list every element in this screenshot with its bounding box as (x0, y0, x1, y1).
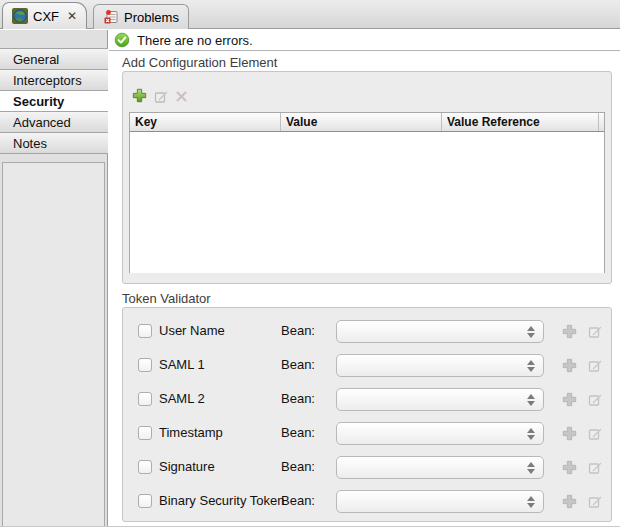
token-row-label: Signature (159, 459, 215, 474)
token-row-binary-security-token: Binary Security Token Bean: (123, 490, 611, 514)
bean-label: Bean: (281, 357, 315, 372)
bean-label: Bean: (281, 425, 315, 440)
status-strip: There are no errors. (109, 30, 620, 51)
sidebar-item-general[interactable]: General (0, 48, 108, 70)
sidebar-item-notes[interactable]: Notes (0, 132, 108, 154)
timestamp-bean-dropdown[interactable] (336, 422, 544, 445)
config-section-title: Add Configuration Element (122, 55, 277, 70)
token-row-label: Binary Security Token (159, 493, 285, 508)
add-config-button[interactable] (131, 88, 147, 104)
stepper-icon (526, 359, 535, 373)
config-table: Key Value Value Reference (129, 112, 605, 273)
token-row-timestamp: Timestamp Bean: (123, 422, 611, 446)
user-name-checkbox[interactable] (138, 324, 152, 338)
token-validator-groupbox: User Name Bean: SAML 1 Bean: (122, 307, 612, 522)
bean-label: Bean: (281, 391, 315, 406)
user-name-bean-dropdown[interactable] (336, 320, 544, 343)
column-header-key[interactable]: Key (130, 113, 281, 131)
bean-label: Bean: (281, 493, 315, 508)
timestamp-checkbox[interactable] (138, 426, 152, 440)
add-bean-button[interactable] (561, 494, 577, 510)
sidebar-tabs: General Interceptors Security Advanced N… (0, 48, 108, 153)
add-bean-button[interactable] (561, 460, 577, 476)
stepper-icon (526, 325, 535, 339)
column-header-filler (599, 113, 604, 131)
delete-config-button[interactable] (173, 89, 189, 105)
column-header-value[interactable]: Value (281, 113, 442, 131)
sidebar-item-advanced[interactable]: Advanced (0, 111, 108, 133)
bean-label: Bean: (281, 323, 315, 338)
edit-config-button[interactable] (153, 89, 169, 105)
column-header-value-reference[interactable]: Value Reference (442, 113, 599, 131)
token-row-label: User Name (159, 323, 225, 338)
token-row-label: SAML 1 (159, 357, 205, 372)
token-row-user-name: User Name Bean: (123, 320, 611, 344)
token-row-label: SAML 2 (159, 391, 205, 406)
token-row-signature: Signature Bean: (123, 456, 611, 480)
tab-problems[interactable]: Problems (93, 4, 189, 29)
tab-problems-label: Problems (124, 10, 179, 25)
edit-bean-button[interactable] (587, 358, 603, 374)
edit-bean-button[interactable] (587, 426, 603, 442)
add-bean-button[interactable] (561, 358, 577, 374)
sidebar-empty-panel (2, 162, 105, 527)
add-bean-button[interactable] (561, 392, 577, 408)
stepper-icon (526, 427, 535, 441)
status-message: There are no errors. (137, 33, 253, 48)
config-table-body[interactable] (130, 132, 604, 273)
saml1-checkbox[interactable] (138, 358, 152, 372)
config-table-header: Key Value Value Reference (130, 113, 604, 132)
bean-label: Bean: (281, 459, 315, 474)
sidebar-item-security[interactable]: Security (0, 90, 108, 112)
binary-security-token-checkbox[interactable] (138, 494, 152, 508)
status-ok-icon (114, 32, 130, 48)
edit-bean-button[interactable] (587, 392, 603, 408)
signature-bean-dropdown[interactable] (336, 456, 544, 479)
saml1-bean-dropdown[interactable] (336, 354, 544, 377)
sidebar: General Interceptors Security Advanced N… (0, 30, 108, 527)
edit-bean-button[interactable] (587, 324, 603, 340)
sidebar-item-interceptors[interactable]: Interceptors (0, 69, 108, 91)
add-bean-button[interactable] (561, 324, 577, 340)
stepper-icon (526, 393, 535, 407)
token-row-saml1: SAML 1 Bean: (123, 354, 611, 378)
add-bean-button[interactable] (561, 426, 577, 442)
token-validator-title: Token Validator (122, 291, 211, 306)
signature-checkbox[interactable] (138, 460, 152, 474)
cxf-editor-window: CXF ✕ Problems General Interceptors (0, 0, 620, 527)
edit-bean-button[interactable] (587, 494, 603, 510)
problems-icon (103, 9, 119, 25)
binary-security-token-bean-dropdown[interactable] (336, 490, 544, 513)
token-row-label: Timestamp (159, 425, 223, 440)
editor-tab-bar: CXF ✕ Problems (0, 0, 620, 29)
config-groupbox: Key Value Value Reference (122, 71, 612, 284)
token-row-saml2: SAML 2 Bean: (123, 388, 611, 412)
tab-cxf[interactable]: CXF ✕ (2, 2, 87, 29)
stepper-icon (526, 461, 535, 475)
saml2-checkbox[interactable] (138, 392, 152, 406)
stepper-icon (526, 495, 535, 509)
globe-icon (12, 8, 28, 24)
tab-cxf-label: CXF (33, 9, 59, 24)
edit-bean-button[interactable] (587, 460, 603, 476)
saml2-bean-dropdown[interactable] (336, 388, 544, 411)
close-icon[interactable]: ✕ (67, 10, 77, 22)
